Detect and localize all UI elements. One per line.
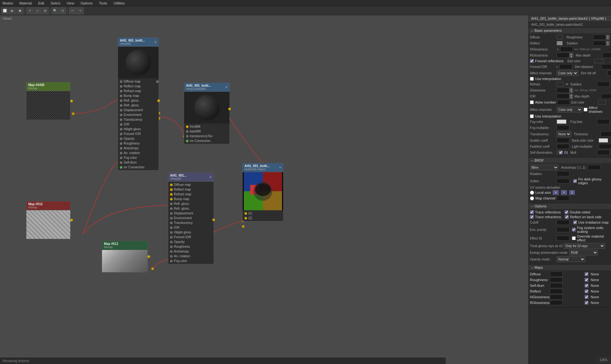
node-vray2sided[interactable]: AI41_001_botti... VRay2SidedMtl ✕ frontM… <box>184 83 230 144</box>
node-inner-port-aniso[interactable]: Anisotropy <box>168 249 214 254</box>
node-inner-port-refract[interactable]: Refract map <box>168 192 214 197</box>
rp-maps-selfillum-check[interactable] <box>585 284 588 287</box>
node-port-self-illum[interactable]: Self-illum <box>118 160 159 165</box>
rp-affect-select[interactable]: Color only <box>557 70 578 76</box>
rp-maps-reflect-pct-input[interactable]: 100,0 <box>550 289 563 294</box>
rp-refr-maxdepth-spinner[interactable]: 5 <box>601 94 611 99</box>
node-inner-port-opacity[interactable]: Opacity <box>168 239 214 244</box>
rp-effect-id-spinner[interactable]: 0 <box>557 236 569 241</box>
rp-refr-affect-select[interactable]: Color only <box>557 107 582 112</box>
rp-maps-rgloss-check[interactable] <box>585 301 588 305</box>
rp-refract-swatch[interactable] <box>557 82 564 86</box>
rp-env-priority-input[interactable]: 0 <box>557 227 569 232</box>
node-port-ior[interactable]: IOR <box>118 122 159 127</box>
rp-subdivs-input[interactable]: 64 <box>593 41 606 46</box>
menu-edit[interactable]: Edit <box>37 1 45 5</box>
node-port-2[interactable]: (2) <box>243 216 283 220</box>
rp-axis-z-btn[interactable]: Z <box>569 190 575 195</box>
node-port-an-rotation[interactable]: An. rotation <box>118 151 159 155</box>
node-port-fog[interactable]: Fog color <box>118 155 159 160</box>
node-vray2sided-header[interactable]: AI41_001_botti... VRay2SidedMtl ✕ <box>184 83 230 92</box>
rp-cutoff-input[interactable]: 0,001 <box>557 220 569 225</box>
node-port-displacement[interactable]: Displacement <box>118 108 159 112</box>
rp-fog-bias-input[interactable]: 0,0 <box>597 119 610 124</box>
toolbar-btn-4[interactable]: ✕ <box>26 7 33 14</box>
node-port-refr-gloss[interactable]: Refr. gloss. <box>118 103 159 108</box>
rp-fog-mult-input[interactable]: 1,0 <box>557 125 569 130</box>
rp-map-channel-spinner[interactable]: 1 <box>557 196 569 201</box>
node-inner-port-roughness[interactable]: Roughness <box>168 244 214 249</box>
rp-light-mult-spinner[interactable]: 1,0 <box>599 144 611 149</box>
node-inner-port-env[interactable]: Environment <box>168 216 214 220</box>
rp-subdivs-down[interactable]: ▼ <box>606 43 610 46</box>
node-main-header[interactable]: AI41_001_bottl... VRayMtl ✕ <box>118 38 159 47</box>
rp-fresnel-ior-input[interactable]: 1,6 <box>560 64 572 69</box>
rp-roughness-down[interactable]: ▼ <box>606 37 610 40</box>
rp-abbe-check[interactable] <box>530 100 534 104</box>
node-port-roughness[interactable]: Roughness <box>118 141 159 146</box>
rp-rgloss-spinner[interactable]: 0,62 ▲ ▼ <box>557 53 573 58</box>
rp-reflect-swatch[interactable] <box>557 41 563 45</box>
rp-maps-roughness-check[interactable] <box>585 278 588 282</box>
rp-axis-y-btn[interactable]: Y <box>561 190 567 195</box>
rp-brdf-header[interactable]: – BRDF <box>529 158 611 163</box>
node-port-fresnel[interactable]: Fresnel IOR <box>118 131 159 136</box>
rp-maps-rgloss-pct[interactable]: 100,0 <box>550 300 584 305</box>
rp-dim-fall-spinner[interactable]: 0,0 <box>608 71 611 76</box>
menu-options[interactable]: Options <box>79 1 94 5</box>
rp-aniso-spinner[interactable]: 0,0 <box>588 165 601 170</box>
node-inner-port-fog[interactable]: Fog color <box>168 259 214 263</box>
rp-use-irradiance-check[interactable] <box>573 220 577 224</box>
rp-maps-roughness-pct[interactable]: 100,0 <box>550 277 584 282</box>
rp-mult-input[interactable]: 1,0 <box>597 150 610 155</box>
menu-material[interactable]: Material <box>18 1 33 5</box>
node-port-back-mtl[interactable]: backMtl <box>184 129 230 134</box>
rp-maxdepth-spinner[interactable]: 5 <box>602 53 611 58</box>
rp-reflect-back-check[interactable] <box>565 215 569 219</box>
rp-map-channel-radio[interactable] <box>530 196 534 200</box>
node-port-hilight[interactable]: Hilight gloss <box>118 127 159 131</box>
rp-subdivs-up[interactable]: ▲ <box>606 41 610 43</box>
rp-scatter-spinner[interactable]: 0,0 <box>557 138 569 143</box>
rp-maps-reflect-pct[interactable]: 100,0 <box>550 289 584 294</box>
node-main-vraymtl[interactable]: AI41_001_bottl... VRayMtl ✕ Diffuse map … <box>118 37 159 171</box>
menu-view[interactable]: View <box>65 1 76 5</box>
node-inner-port-disp[interactable]: Displacement <box>168 211 214 216</box>
rp-local-axis-radio[interactable] <box>530 191 534 195</box>
rp-trace-ref-check[interactable] <box>530 210 534 214</box>
rp-fog-system-check[interactable] <box>572 228 576 232</box>
rp-maps-header[interactable]: – Maps <box>529 265 611 270</box>
menu-select[interactable]: Select <box>49 1 62 5</box>
node-inner-port-diffuse[interactable]: Diffuse map <box>168 182 214 187</box>
rp-ior-up[interactable]: ▲ <box>569 94 573 96</box>
rp-gloss-up[interactable]: ▲ <box>569 88 573 90</box>
rp-fog-bias-spinner[interactable]: 0,0 <box>597 119 610 124</box>
rp-maps-selfillum-pct[interactable]: 100,0 <box>550 283 584 288</box>
rp-roughness-spinner[interactable]: 0,0 ▲ ▼ <box>593 35 610 40</box>
rp-basic-header[interactable]: – Basic parameters <box>529 28 611 33</box>
rp-maps-hgloss-pct[interactable]: 100,0 <box>550 294 584 300</box>
node-inner-port-ior[interactable]: IOR <box>168 225 214 230</box>
rp-dim-dist-spinner[interactable]: 100,0 <box>601 64 611 69</box>
toolbar-btn-3[interactable]: ⏹ <box>17 7 24 14</box>
rp-rgloss-up[interactable]: ▲ <box>569 53 573 55</box>
rp-maps-rgloss-pct-input[interactable]: 100,0 <box>550 300 563 305</box>
node-port-diffuse-map[interactable]: Diffuse map <box>118 79 159 84</box>
rp-maps-roughness-pct-input[interactable]: 100,0 <box>550 277 563 282</box>
node-main-close[interactable]: ✕ <box>154 40 157 44</box>
rp-fwdbck-input[interactable]: 1,0 <box>557 144 569 149</box>
rp-gloss-spinner[interactable]: 0,8 ▲ ▼ <box>557 88 573 93</box>
rp-maps-diffuse-pct[interactable]: 100,0 <box>550 272 584 277</box>
rp-diffuse-swatch[interactable] <box>557 35 563 39</box>
rp-ior-btns[interactable]: ▲ ▼ <box>569 94 573 99</box>
rp-map-channel-input[interactable]: 1 <box>557 196 569 201</box>
node-port-opacity[interactable]: Opacity <box>118 136 159 141</box>
rp-energy-select[interactable]: RGB <box>569 250 598 255</box>
rp-maxdepth-input[interactable]: 5 <box>602 53 611 58</box>
node-port-1[interactable]: (1) <box>243 211 283 216</box>
toolbar-btn-9[interactable]: ↩ <box>69 7 76 14</box>
rp-mult-spinner[interactable]: 1,0 <box>597 150 610 155</box>
rp-maps-hgloss-pct-input[interactable]: 100,0 <box>550 294 563 300</box>
rp-aniso-input[interactable]: 0,0 <box>588 165 601 170</box>
node-inner-vraymtl[interactable]: AI41_001... VRayMtl ✕ Diffuse map Reflec… <box>168 172 214 264</box>
